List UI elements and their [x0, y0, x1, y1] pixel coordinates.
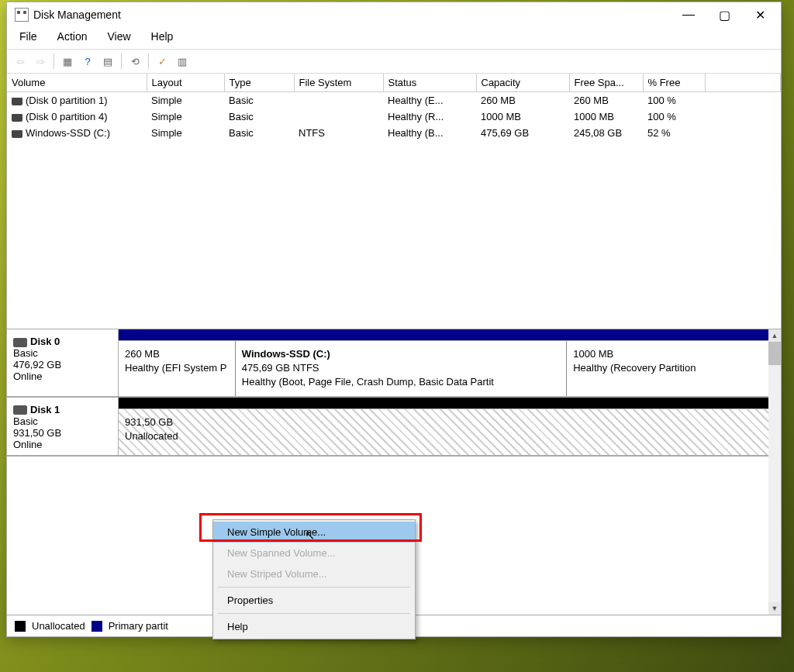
unallocated-space[interactable]: 931,50 GBUnallocated: [119, 409, 768, 455]
menu-help[interactable]: Help: [143, 29, 181, 44]
volume-icon: [12, 98, 22, 105]
volume-row[interactable]: (Disk 0 partition 1) SimpleBasicHealthy …: [7, 92, 781, 109]
context-menu-item[interactable]: Help: [213, 616, 415, 637]
col-layout[interactable]: Layout: [147, 74, 224, 92]
disk-label[interactable]: Disk 1 Basic931,50 GBOnline: [7, 398, 119, 455]
partition[interactable]: 260 MBHealthy (EFI System P: [119, 341, 236, 396]
volume-row[interactable]: (Disk 0 partition 4) SimpleBasicHealthy …: [7, 109, 781, 125]
properties-icon[interactable]: ▤: [99, 53, 116, 70]
scroll-down-icon[interactable]: ▼: [768, 602, 781, 615]
partition[interactable]: Windows-SSD (C:)475,69 GB NTFSHealthy (B…: [236, 341, 567, 396]
toolbar: ⇦ ⇨ ▦ ? ▤ ⟲ ✓ ▥: [7, 50, 781, 74]
scroll-up-icon[interactable]: ▲: [768, 329, 781, 342]
context-menu-item[interactable]: Properties: [213, 590, 415, 611]
list-view-icon[interactable]: ▦: [59, 53, 76, 70]
menu-view[interactable]: View: [99, 29, 138, 44]
vertical-scrollbar[interactable]: ▲ ▼: [768, 329, 781, 615]
context-menu-item: New Striped Volume...: [213, 563, 415, 584]
legend-unallocated-label: Unallocated: [32, 620, 85, 632]
context-menu-item: New Spanned Volume...: [213, 543, 415, 563]
disk-icon: [13, 338, 27, 347]
minimize-button[interactable]: —: [671, 3, 706, 26]
col-pct[interactable]: % Free: [643, 74, 705, 92]
col-free[interactable]: Free Spa...: [569, 74, 643, 92]
window-title: Disk Management: [33, 9, 121, 21]
maximize-button[interactable]: ▢: [706, 3, 742, 26]
disk-bar: [119, 329, 768, 340]
menubar: File Action View Help: [7, 27, 781, 50]
titlebar: Disk Management — ▢ ✕: [7, 2, 781, 27]
volumes-list[interactable]: Volume Layout Type File System Status Ca…: [7, 74, 781, 329]
context-menu-item[interactable]: New Simple Volume...: [213, 522, 415, 543]
help-icon[interactable]: ?: [79, 53, 96, 70]
context-menu[interactable]: New Simple Volume...New Spanned Volume..…: [212, 519, 416, 639]
check-icon[interactable]: ✓: [154, 53, 171, 70]
col-volume[interactable]: Volume: [7, 74, 147, 92]
close-button[interactable]: ✕: [742, 3, 778, 26]
disk-row: Disk 0 Basic476,92 GBOnline 260 MBHealth…: [7, 329, 768, 398]
disk-icon: [13, 405, 27, 415]
volume-icon: [12, 130, 22, 138]
back-button[interactable]: ⇦: [12, 53, 29, 70]
col-fs[interactable]: File System: [294, 74, 383, 92]
disk-bar: [119, 398, 768, 408]
menu-file[interactable]: File: [12, 29, 45, 44]
volume-row[interactable]: Windows-SSD (C:) SimpleBasicNTFSHealthy …: [7, 125, 781, 141]
legend-primary-label: Primary partit: [109, 620, 168, 632]
context-menu-separator: [218, 613, 410, 614]
col-type[interactable]: Type: [224, 74, 294, 92]
forward-button[interactable]: ⇨: [32, 53, 49, 70]
menu-action[interactable]: Action: [50, 29, 95, 44]
disk-row: Disk 1 Basic931,50 GBOnline 931,50 GBUna…: [7, 398, 768, 457]
legend-swatch-primary: [91, 621, 102, 632]
app-icon: [15, 8, 29, 22]
disk-label[interactable]: Disk 0 Basic476,92 GBOnline: [7, 329, 119, 396]
col-status[interactable]: Status: [383, 74, 476, 92]
col-capacity[interactable]: Capacity: [476, 74, 569, 92]
refresh-icon[interactable]: ⟲: [126, 53, 143, 70]
grid-icon[interactable]: ▥: [174, 53, 191, 70]
context-menu-separator: [218, 587, 410, 588]
partition[interactable]: 1000 MBHealthy (Recovery Partition: [567, 341, 768, 396]
scrollbar-thumb[interactable]: [768, 342, 781, 365]
volume-icon: [12, 114, 22, 122]
legend-swatch-unallocated: [15, 621, 26, 632]
